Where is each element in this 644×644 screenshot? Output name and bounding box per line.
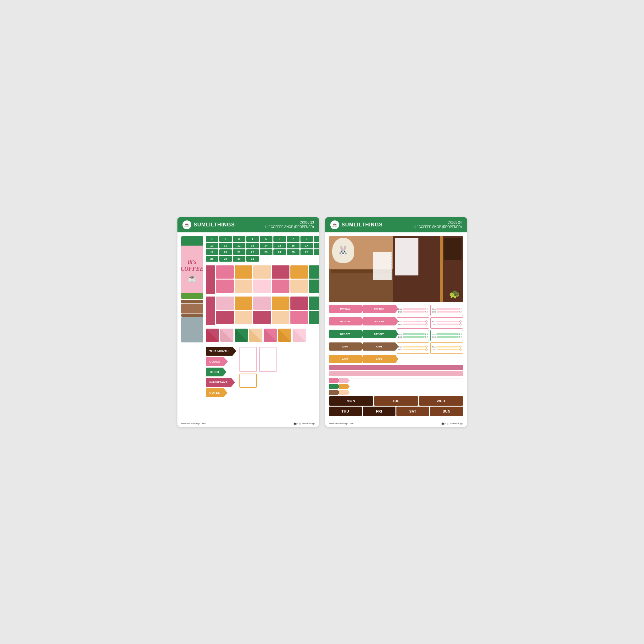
strip-pink-2 (216, 280, 234, 293)
scene-left: 🐰 (329, 236, 393, 302)
this-month-label: THIS MONTH (209, 350, 229, 353)
days-row-1: MON TUE WED (329, 396, 463, 406)
payday-label-2: PAY DAY (374, 308, 384, 310)
sheet-1-body: lil's COFFEE ☕ 1 (177, 232, 319, 420)
day-sat: SAT (397, 407, 429, 416)
day-tue: TUE (374, 396, 418, 406)
sat-label: SAT (409, 409, 417, 413)
banner-and-blanks: THIS MONTH GOALS (206, 347, 319, 397)
bill-tracker-3: BILL DUE (397, 317, 430, 329)
scene-right: 🐢 (393, 236, 463, 302)
strip-orange-4 (272, 297, 289, 310)
appt-banner-1: APPT (329, 342, 362, 351)
payday-label-1: PAY DAY (341, 308, 350, 310)
brand-logo-2: ☕ SUMLILTHINGS (330, 220, 383, 229)
strip-pink-4 (290, 311, 308, 324)
this-month-banner-wrap: THIS MONTH (206, 347, 232, 356)
spacer-2 (430, 355, 463, 363)
date-empty-2 (273, 256, 286, 262)
wood-strip (181, 304, 203, 314)
strip-pink-1 (216, 265, 234, 279)
date-21: 21 (233, 249, 245, 255)
half-box-stickers (206, 329, 319, 342)
sheet-2: ☕ SUMLILTHINGS CK065-24 LIL' COFFEE SHOP… (325, 217, 467, 427)
sheet-2-header: ☕ SUMLILTHINGS CK065-24 LIL' COFFEE SHOP… (325, 217, 467, 232)
bill-tracker-green-2: BILL DUE (430, 330, 463, 341)
flag-col (329, 378, 348, 395)
flag-peach-1 (339, 390, 348, 395)
flag-row-3 (329, 390, 348, 395)
mon-label: MON (347, 399, 355, 403)
flag-orange-1 (339, 384, 348, 389)
half-box-6 (278, 329, 291, 342)
date-rows-container: 1 2 3 4 5 6 7 8 9 10 11 (206, 236, 319, 262)
white-paper-left (373, 252, 392, 280)
important-banner-wrap: IMPORTANT (206, 378, 232, 387)
day-thu: THU (329, 407, 362, 416)
wed-label: WED (437, 399, 445, 403)
long-strip-mauve (329, 365, 463, 370)
date-31: 31 (246, 256, 259, 262)
to-do-banner: TO DO (206, 368, 223, 376)
date-28: 28 (206, 256, 218, 262)
date-27: 27 (314, 249, 319, 255)
date-24: 24 (273, 249, 286, 255)
bill-tracker-4: BILL DUE (430, 317, 463, 329)
strip-mauve-3 (216, 311, 234, 324)
to-do-label: TO DO (209, 370, 219, 374)
flag-pink-1 (329, 378, 338, 383)
brown-strip-1 (181, 300, 203, 303)
orange-strip (440, 236, 443, 302)
strip-dark-pink (206, 265, 215, 294)
half-box-5 (264, 329, 277, 342)
sheet-1-right-content: 1 2 3 4 5 6 7 8 9 10 11 (206, 236, 319, 397)
blank-wide-1 (239, 374, 257, 388)
long-strips-section (329, 365, 463, 376)
date-4: 4 (246, 236, 259, 242)
date-15: 15 (273, 243, 286, 248)
notes-banner-wrap: NOTES (206, 388, 232, 397)
day-mon: MON (329, 396, 373, 406)
date-10: 10 (206, 243, 218, 248)
date-18: 18 (314, 243, 319, 248)
sign-text: lil's COFFEE (181, 259, 203, 272)
date-22: 22 (246, 249, 259, 255)
date-row-2: 10 11 12 13 14 15 16 17 18 (206, 243, 319, 248)
dayoff-green-1: DAY OFF (329, 330, 362, 338)
half-box-1 (206, 329, 219, 342)
tall-strips-container (206, 265, 319, 294)
date-25: 25 (287, 249, 299, 255)
date-2: 2 (219, 236, 232, 242)
due-row-1: DUE (398, 311, 428, 313)
turtle-character: 🐢 (449, 289, 460, 299)
date-14: 14 (260, 243, 272, 248)
bill-row-1: BILL (398, 308, 428, 310)
bill-tracker-orange-1: BILL DUE (397, 342, 430, 354)
date-7: 7 (287, 236, 299, 242)
date-empty-4 (300, 256, 313, 262)
strip-peach-2 (235, 280, 252, 293)
day-fri: FRI (363, 407, 396, 416)
strip-row-bottom-2 (216, 311, 319, 324)
strip-pink-3 (272, 280, 289, 293)
strip-lpink-2 (253, 297, 271, 310)
date-1: 1 (206, 236, 218, 242)
brand-name-2: SUMLILTHINGS (342, 222, 383, 228)
thu-label: THU (342, 409, 349, 413)
blank-tall-1 (239, 347, 257, 372)
dayoff-banner-2: DAY OFF (363, 317, 396, 325)
strips-column-2 (216, 297, 319, 325)
date-26: 26 (300, 249, 313, 255)
strip-orange-1 (235, 265, 252, 279)
footer-social-1: 📷 f @ sumlilthings (293, 422, 315, 425)
flags-row-1 (329, 378, 463, 395)
facebook-icon: f (297, 422, 298, 425)
logo-icon-1: ☕ (182, 220, 191, 229)
strip-peach-1 (253, 265, 271, 279)
flag-green-1 (329, 384, 338, 389)
scene-illustration: 🐰 🐢 (329, 236, 463, 302)
coffee-shop-sign: lil's COFFEE ☕ (181, 236, 203, 299)
strip-green-2 (309, 280, 319, 293)
decorative-strip-left: lil's COFFEE ☕ (181, 236, 203, 397)
date-row-1: 1 2 3 4 5 6 7 8 9 (206, 236, 319, 242)
